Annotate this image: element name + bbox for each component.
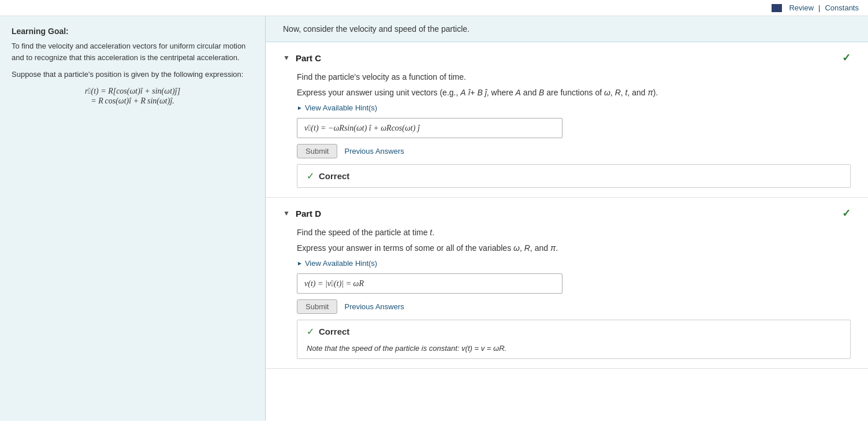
part-c-chevron[interactable]: ▼ <box>283 54 290 62</box>
part-d-answer-math: v(t) = |v⃗(t)| = ωR <box>304 279 364 288</box>
sidebar-text2: Suppose that a particle's position is gi… <box>12 69 254 80</box>
part-d-chevron[interactable]: ▼ <box>283 209 290 217</box>
part-c-body: Find the particle's velocity as a functi… <box>283 71 851 188</box>
main-layout: Learning Goal: To find the velocity and … <box>0 16 868 421</box>
part-c-submit-button[interactable]: Submit <box>297 144 337 158</box>
part-d-expression: Express your answer in terms of some or … <box>297 242 851 254</box>
part-d-description: Find the speed of the particle at time t… <box>297 227 851 239</box>
part-d-hint-link[interactable]: ► View Available Hint(s) <box>297 259 851 268</box>
part-d-header: ▼ Part D ✓ <box>283 207 851 220</box>
intro-text: Now, consider the velocity and speed of … <box>283 24 470 34</box>
part-c-hint-link[interactable]: ► View Available Hint(s) <box>297 103 851 112</box>
part-c-correct-box: ✓ Correct <box>297 164 851 188</box>
part-c-header: ▼ Part C ✓ <box>283 51 851 64</box>
sidebar-title: Learning Goal: <box>12 27 254 36</box>
top-bar-links: Review | Constants <box>772 3 859 12</box>
intro-box: Now, consider the velocity and speed of … <box>266 16 868 42</box>
part-d-previous-answers-link[interactable]: Previous Answers <box>344 302 404 311</box>
part-c-expression: Express your answer using unit vectors (… <box>297 87 851 99</box>
part-d-check-icon: ✓ <box>842 207 851 220</box>
part-d-correct-box: ✓ Correct Note that the speed of the par… <box>297 320 851 359</box>
sidebar: Learning Goal: To find the velocity and … <box>0 16 266 421</box>
review-link[interactable]: Review <box>789 3 814 12</box>
part-d-section: ▼ Part D ✓ Find the speed of the particl… <box>266 198 868 369</box>
part-d-correct-label-row: ✓ Correct <box>307 326 349 337</box>
part-c-answer-math: v⃗(t) = −ωRsin(ωt) î + ωRcos(ωt) ĵ <box>304 124 420 132</box>
part-d-body: Find the speed of the particle at time t… <box>283 227 851 359</box>
part-d-hint-text: View Available Hint(s) <box>305 259 377 268</box>
part-d-correct-note: Note that the speed of the particle is c… <box>307 344 506 353</box>
top-bar: Review | Constants <box>0 0 868 16</box>
part-c-section: ▼ Part C ✓ Find the particle's velocity … <box>266 42 868 198</box>
formula-line2: = R cos(ωt)î + R sin(ωt)ĵ. <box>91 97 174 105</box>
part-c-correct-check-icon: ✓ <box>307 171 314 181</box>
part-c-submit-row: Submit Previous Answers <box>297 144 851 158</box>
part-c-answer-display: v⃗(t) = −ωRsin(ωt) î + ωRcos(ωt) ĵ <box>297 118 562 138</box>
formula-line1: r⃗(t) = R[cos(ωt)î + sin(ωt)ĵ] <box>85 87 180 95</box>
part-c-title: Part C <box>296 53 321 63</box>
constants-link[interactable]: Constants <box>825 3 859 12</box>
part-d-title: Part D <box>296 209 321 218</box>
separator: | <box>818 3 820 12</box>
part-c-correct-text: Correct <box>319 171 349 181</box>
sidebar-text1: To find the velocity and acceleration ve… <box>12 40 254 63</box>
part-c-hint-triangle: ► <box>297 105 303 111</box>
part-c-previous-answers-link[interactable]: Previous Answers <box>344 147 404 155</box>
part-d-correct-check-icon: ✓ <box>307 326 314 337</box>
part-d-submit-row: Submit Previous Answers <box>297 299 851 314</box>
part-d-hint-triangle: ► <box>297 260 303 266</box>
part-c-description: Find the particle's velocity as a functi… <box>297 71 851 83</box>
review-icon <box>772 4 782 12</box>
part-d-correct-text: Correct <box>319 327 349 336</box>
part-c-header-left: ▼ Part C <box>283 53 321 63</box>
part-c-hint-text: View Available Hint(s) <box>305 103 377 112</box>
sidebar-formula: r⃗(t) = R[cos(ωt)î + sin(ωt)ĵ] = R cos(ω… <box>12 86 254 106</box>
part-d-answer-display: v(t) = |v⃗(t)| = ωR <box>297 273 562 294</box>
part-c-check-icon: ✓ <box>842 51 851 64</box>
content-area: Now, consider the velocity and speed of … <box>266 16 868 421</box>
part-d-header-left: ▼ Part D <box>283 209 321 218</box>
part-d-submit-button[interactable]: Submit <box>297 299 337 314</box>
